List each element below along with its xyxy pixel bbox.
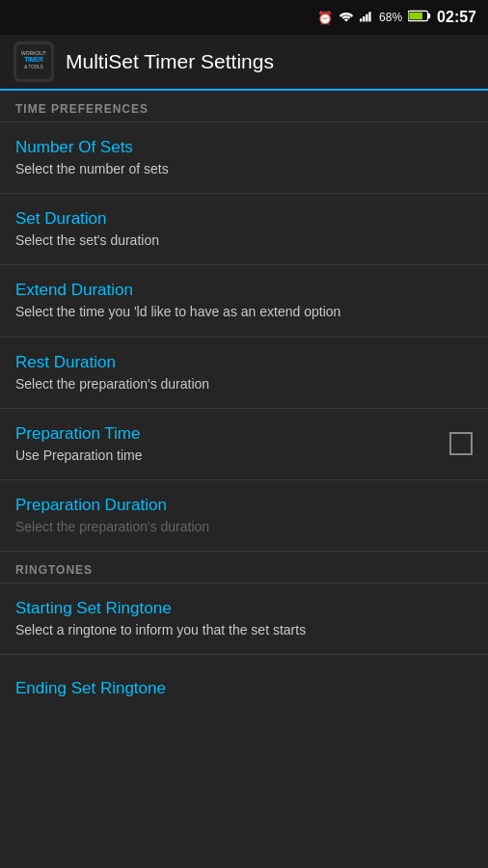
settings-item-title: Ending Set Ringtone: [15, 679, 473, 698]
svg-rect-1: [363, 16, 365, 21]
settings-item-content: Number Of Sets Select the number of sets: [15, 138, 473, 177]
settings-item-content: Ending Set Ringtone: [15, 679, 473, 701]
svg-text:& TOOLS: & TOOLS: [24, 65, 42, 69]
svg-text:TIMER: TIMER: [24, 56, 43, 63]
settings-item-title: Extend Duration: [15, 281, 473, 300]
wifi-icon: [339, 11, 354, 25]
alarm-icon: ⏰: [317, 11, 333, 25]
battery-percent: 68%: [379, 11, 402, 24]
settings-item-content: Set Duration Select the set's duration: [15, 209, 473, 249]
svg-rect-5: [428, 14, 431, 18]
app-icon: WORKOUT TIMER & TOOLS: [14, 41, 54, 82]
svg-rect-0: [360, 18, 362, 21]
settings-item-title: Preparation Duration: [15, 496, 473, 515]
svg-rect-3: [368, 12, 370, 21]
svg-rect-2: [366, 14, 367, 21]
title-bar: WORKOUT TIMER & TOOLS MultiSet Timer Set…: [0, 35, 488, 91]
settings-content: TIME PREFERENCES Number Of Sets Select t…: [0, 91, 488, 868]
battery-icon: [408, 10, 431, 25]
settings-item-ending-set-ringtone[interactable]: Ending Set Ringtone: [0, 655, 488, 724]
section-header-time-preferences: TIME PREFERENCES: [0, 91, 488, 122]
settings-item-title: Starting Set Ringtone: [15, 599, 473, 618]
settings-item-subtitle: Select the preparation's duration: [15, 375, 473, 393]
settings-item-subtitle: Select the time you 'ld like to have as …: [15, 303, 473, 320]
status-icons: ⏰ 68% 02:57: [317, 9, 476, 26]
settings-item-content: Preparation Duration Select the preparat…: [15, 496, 473, 535]
status-bar: ⏰ 68% 02:57: [0, 0, 488, 35]
preparation-time-checkbox[interactable]: [449, 432, 473, 455]
section-header-ringtones: RINGTONES: [0, 552, 488, 583]
settings-item-subtitle: Select the preparation's duration: [15, 518, 473, 535]
settings-item-subtitle: Select the set's duration: [15, 231, 473, 249]
settings-item-title: Set Duration: [15, 209, 473, 229]
settings-item-set-duration[interactable]: Set Duration Select the set's duration: [0, 194, 488, 264]
settings-item-preparation-duration[interactable]: Preparation Duration Select the preparat…: [0, 480, 488, 551]
settings-item-subtitle: Use Preparation time: [15, 447, 438, 464]
settings-item-content: Rest Duration Select the preparation's d…: [15, 353, 473, 393]
svg-text:WORKOUT: WORKOUT: [21, 51, 46, 56]
settings-item-content: Preparation Time Use Preparation time: [15, 424, 438, 464]
settings-item-title: Rest Duration: [15, 353, 473, 372]
settings-item-title: Number Of Sets: [15, 138, 473, 157]
page-title: MultiSet Timer Settings: [66, 50, 274, 73]
settings-item-starting-set-ringtone[interactable]: Starting Set Ringtone Select a ringtone …: [0, 583, 488, 654]
settings-item-preparation-time[interactable]: Preparation Time Use Preparation time: [0, 409, 488, 479]
svg-rect-6: [409, 13, 422, 20]
settings-item-content: Starting Set Ringtone Select a ringtone …: [15, 599, 473, 638]
settings-item-content: Extend Duration Select the time you 'ld …: [15, 281, 473, 320]
status-time: 02:57: [437, 9, 476, 26]
settings-item-subtitle: Select a ringtone to inform you that the…: [15, 621, 473, 638]
settings-item-rest-duration[interactable]: Rest Duration Select the preparation's d…: [0, 338, 488, 408]
settings-item-subtitle: Select the number of sets: [15, 160, 473, 177]
settings-item-title: Preparation Time: [15, 424, 438, 444]
signal-icon: [360, 11, 373, 25]
settings-item-extend-duration[interactable]: Extend Duration Select the time you 'ld …: [0, 265, 488, 336]
settings-item-number-of-sets[interactable]: Number Of Sets Select the number of sets: [0, 122, 488, 193]
